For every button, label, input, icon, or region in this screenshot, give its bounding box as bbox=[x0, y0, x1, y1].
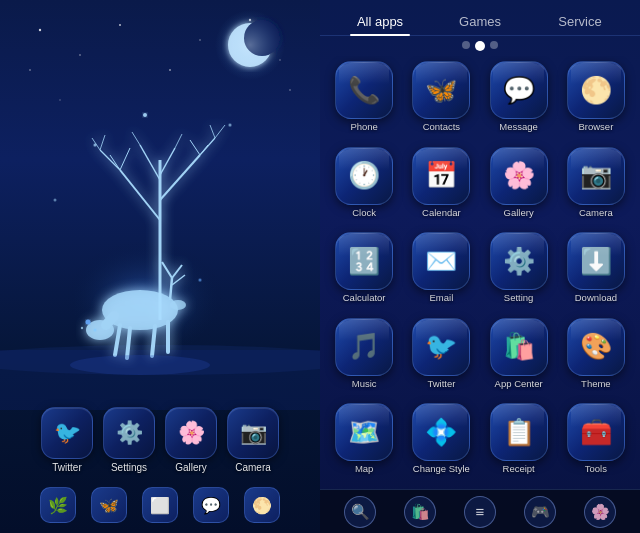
nav-btn-1[interactable]: 🛍️ bbox=[404, 496, 436, 528]
app-map[interactable]: 🗺️ Map bbox=[328, 403, 400, 484]
app-phone[interactable]: 📞 Phone bbox=[328, 61, 400, 142]
app-label: Phone bbox=[350, 121, 377, 132]
app-label: App Center bbox=[495, 378, 543, 389]
left-camera-icon[interactable]: 📷 Camera bbox=[227, 407, 279, 473]
app-camera[interactable]: 📷 Camera bbox=[560, 147, 632, 228]
left-gallery-icon[interactable]: 🌸 Gallery bbox=[165, 407, 217, 473]
left-bottom-icons: 🐦 Twitter ⚙️ Settings 🌸 Gallery 📷 Camera bbox=[0, 407, 320, 473]
left-settings-icon[interactable]: ⚙️ Settings bbox=[103, 407, 155, 473]
svg-line-38 bbox=[106, 316, 114, 325]
page-dots bbox=[320, 36, 640, 56]
left-small-icon-2[interactable]: 🦋 bbox=[91, 487, 127, 523]
app-label: Calculator bbox=[343, 292, 386, 303]
app-label: Setting bbox=[504, 292, 534, 303]
svg-point-47 bbox=[170, 300, 186, 310]
app-icon: 🐦 bbox=[412, 318, 470, 376]
app-label: Map bbox=[355, 463, 373, 474]
dot-3[interactable] bbox=[490, 41, 498, 49]
svg-line-22 bbox=[140, 145, 160, 180]
svg-line-20 bbox=[120, 170, 160, 220]
app-contacts[interactable]: 🦋 Contacts bbox=[405, 61, 477, 142]
tab-service[interactable]: Service bbox=[530, 8, 630, 35]
apps-grid: 📞 Phone 🦋 Contacts 💬 Message 🌕 Browser 🕐… bbox=[320, 56, 640, 489]
left-panel: 🐦 Twitter ⚙️ Settings 🌸 Gallery 📷 Camera… bbox=[0, 0, 320, 533]
app-icon: ✉️ bbox=[412, 232, 470, 290]
app-label: Message bbox=[499, 121, 538, 132]
app-browser[interactable]: 🌕 Browser bbox=[560, 61, 632, 142]
bottom-navbar: 🔍🛍️≡🎮🌸 bbox=[320, 489, 640, 533]
left-twitter-icon[interactable]: 🐦 Twitter bbox=[41, 407, 93, 473]
tab-all-apps[interactable]: All apps bbox=[330, 8, 430, 35]
app-icon: 🔢 bbox=[335, 232, 393, 290]
svg-point-48 bbox=[70, 355, 210, 375]
app-label: Tools bbox=[585, 463, 607, 474]
svg-point-7 bbox=[169, 69, 171, 71]
svg-line-26 bbox=[120, 148, 130, 170]
app-label: Theme bbox=[581, 378, 611, 389]
svg-point-53 bbox=[54, 199, 57, 202]
svg-point-50 bbox=[94, 329, 97, 332]
app-app-center[interactable]: 🛍️ App Center bbox=[483, 318, 555, 399]
app-icon: 💬 bbox=[490, 61, 548, 119]
app-email[interactable]: ✉️ Email bbox=[405, 232, 477, 313]
app-label: Email bbox=[429, 292, 453, 303]
app-label: Music bbox=[352, 378, 377, 389]
svg-point-49 bbox=[86, 320, 91, 325]
app-icon: 🕐 bbox=[335, 147, 393, 205]
app-calculator[interactable]: 🔢 Calculator bbox=[328, 232, 400, 313]
app-message[interactable]: 💬 Message bbox=[483, 61, 555, 142]
svg-point-6 bbox=[29, 69, 31, 71]
svg-line-25 bbox=[110, 155, 120, 170]
app-label: Camera bbox=[579, 207, 613, 218]
app-music[interactable]: 🎵 Music bbox=[328, 318, 400, 399]
svg-point-51 bbox=[81, 327, 83, 329]
left-small-icon-5[interactable]: 🌕 bbox=[244, 487, 280, 523]
svg-line-31 bbox=[100, 135, 105, 150]
nav-btn-4[interactable]: 🌸 bbox=[584, 496, 616, 528]
app-icon: 🗺️ bbox=[335, 403, 393, 461]
left-small-icon-4[interactable]: 💬 bbox=[193, 487, 229, 523]
svg-point-3 bbox=[199, 39, 201, 41]
svg-line-35 bbox=[175, 134, 182, 148]
svg-line-24 bbox=[100, 150, 120, 170]
svg-point-1 bbox=[79, 54, 81, 56]
nav-btn-2[interactable]: ≡ bbox=[464, 496, 496, 528]
app-icon: 🧰 bbox=[567, 403, 625, 461]
svg-point-9 bbox=[289, 89, 291, 91]
svg-point-2 bbox=[119, 24, 121, 26]
nav-btn-3[interactable]: 🎮 bbox=[524, 496, 556, 528]
dot-1[interactable] bbox=[462, 41, 470, 49]
app-icon: 🎵 bbox=[335, 318, 393, 376]
app-icon: 🌕 bbox=[567, 61, 625, 119]
app-icon: 🛍️ bbox=[490, 318, 548, 376]
right-panel: All apps Games Service 📞 Phone 🦋 Contact… bbox=[320, 0, 640, 533]
tab-games[interactable]: Games bbox=[430, 8, 530, 35]
nav-btn-0[interactable]: 🔍 bbox=[344, 496, 376, 528]
app-gallery[interactable]: 🌸 Gallery bbox=[483, 147, 555, 228]
svg-point-10 bbox=[143, 113, 147, 117]
app-label: Twitter bbox=[427, 378, 455, 389]
app-theme[interactable]: 🎨 Theme bbox=[560, 318, 632, 399]
app-icon: 💠 bbox=[412, 403, 470, 461]
svg-point-12 bbox=[229, 124, 232, 127]
svg-line-34 bbox=[132, 132, 140, 145]
app-icon: 📋 bbox=[490, 403, 548, 461]
svg-line-21 bbox=[160, 155, 200, 200]
app-label: Calendar bbox=[422, 207, 461, 218]
app-setting[interactable]: ⚙️ Setting bbox=[483, 232, 555, 313]
app-change-style[interactable]: 💠 Change Style bbox=[405, 403, 477, 484]
app-icon: ⬇️ bbox=[567, 232, 625, 290]
left-small-icon-3[interactable]: ⬜ bbox=[142, 487, 178, 523]
app-tools[interactable]: 🧰 Tools bbox=[560, 403, 632, 484]
app-twitter[interactable]: 🐦 Twitter bbox=[405, 318, 477, 399]
app-clock[interactable]: 🕐 Clock bbox=[328, 147, 400, 228]
svg-line-29 bbox=[200, 145, 208, 155]
app-calendar[interactable]: 📅 Calendar bbox=[405, 147, 477, 228]
app-icon: ⚙️ bbox=[490, 232, 548, 290]
dot-2[interactable] bbox=[475, 41, 485, 51]
app-label: Clock bbox=[352, 207, 376, 218]
app-download[interactable]: ⬇️ Download bbox=[560, 232, 632, 313]
left-small-icon-1[interactable]: 🌿 bbox=[40, 487, 76, 523]
app-receipt[interactable]: 📋 Receipt bbox=[483, 403, 555, 484]
app-icon: 📅 bbox=[412, 147, 470, 205]
